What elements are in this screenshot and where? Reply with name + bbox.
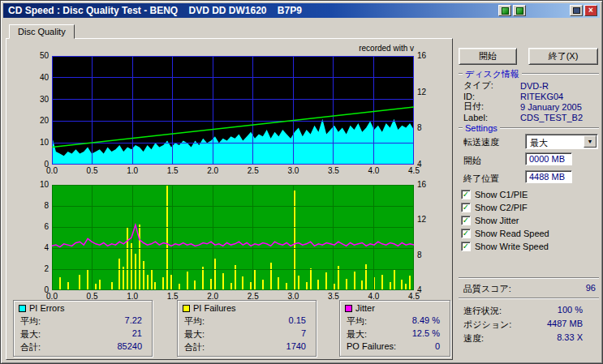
legend-row: 平均:8.49 % [340,315,450,328]
pi-failures-swatch-icon [183,305,190,312]
section-line [522,73,599,75]
x-axis-label: 3.0 [283,166,303,175]
legend-box-pi-errors: PI Errors平均:7.22最大:21合計:85240 [13,300,153,357]
legend-value: 7.22 [125,315,142,327]
legend-row: 最大:12.5 % [340,328,450,340]
y-axis-label: 50 [29,51,49,60]
x-axis-label: 1.5 [163,166,183,175]
checkbox-show-jitter[interactable]: ✓Show Jitter [461,214,597,227]
y-axis-label: 6 [29,222,49,231]
x-axis-label: 4.0 [364,166,383,175]
disc-quality-panel: recorded with v 010203040504812160.00.51… [6,38,453,360]
legend-box-pi-failures: PI Failures平均:0.15最大:7合計:1740 [177,300,317,357]
legend-label: 最大: [20,328,41,340]
legend-value: 0 [435,341,440,353]
transfer-speed-value: 最大 [530,137,548,149]
y-axis-label: 8 [29,201,49,210]
disc-info-label: ID: [463,92,520,101]
legend-value: 85240 [117,341,142,353]
checkbox-label: Show Jitter [475,216,519,225]
checkbox-box[interactable]: ✓ [461,229,471,238]
checkbox-show-c1-pie[interactable]: ✓Show C1/PIE [461,188,597,201]
y-axis-label: 10 [29,180,49,189]
start-position-input[interactable]: 0000 MB [525,152,572,165]
status-row: ポジション:4487 MB [463,319,583,332]
recorded-note: recorded with v [6,44,414,53]
quality-score-label: 品質スコア: [463,283,511,295]
window-title: CD Speed : Disc Quality Test - BENQ DVD … [8,5,302,16]
disc-info-title: ディスク情報 [465,68,519,80]
checkbox-show-write-speed[interactable]: ✓Show Write Speed [461,240,597,253]
legend-label: 最大: [184,328,205,340]
y-axis-label: 20 [29,116,49,125]
legend-value: 12.5 % [412,328,440,340]
x-axis-label: 0.0 [42,166,62,175]
disc-info-rows: タイプ:DVD-RID:RITEKG04日付:9 January 2005Lab… [463,80,598,122]
legend-title-text: PI Failures [193,303,236,313]
transfer-speed-select[interactable]: 最大 ▼ [525,134,598,149]
legend-label: 平均: [20,315,41,327]
separator [459,277,599,279]
titlebar[interactable]: CD Speed : Disc Quality Test - BENQ DVD … [3,3,600,18]
status-rows: 進行状況:100 %ポジション:4487 MB速度:8.33 X [463,305,583,346]
end-position-input[interactable]: 4488 MB [525,170,572,183]
checkbox-box[interactable]: ✓ [461,216,471,225]
disc-info-label: タイプ: [463,79,520,92]
pi-failures-jitter-chart [52,185,414,290]
tab-disc-quality[interactable]: Disc Quality [9,24,75,39]
checkbox-label: Show Read Speed [475,229,549,238]
legend-box-jitter: Jitter平均:8.49 %最大:12.5 %PO Failures:0 [339,300,450,357]
legend-row: 合計:1740 [178,340,316,353]
legend-title-text: Jitter [355,303,375,313]
checkbox-box[interactable]: ✓ [461,242,471,251]
start-button[interactable]: 開始 [459,48,517,65]
disc-info-row: 日付:9 January 2005 [463,101,598,112]
legend-row: PO Failures:0 [340,340,450,353]
close-button[interactable]: × [584,5,597,16]
pi-errors-swatch-icon [19,305,26,312]
y2-axis-label: 12 [417,88,433,96]
titlebar-tool-button-2[interactable] [513,5,526,16]
legend-title: PI Failures [183,303,236,313]
legend-label: 合計: [184,341,205,353]
disc-info-row: タイプ:DVD-R [463,80,598,91]
transfer-speed-label: 転送速度 [463,136,499,148]
checkbox-box[interactable]: ✓ [461,203,471,212]
minimize-button[interactable] [570,5,583,16]
legend-row: 合計:85240 [14,340,152,353]
y2-axis-label: 8 [417,251,433,259]
y-axis-label: 30 [29,95,49,104]
checkbox-show-c2-pif[interactable]: ✓Show C2/PIF [461,201,597,214]
legend-value: 8.49 % [412,315,440,327]
y2-axis-label: 12 [417,215,433,224]
section-line [459,127,463,129]
checkbox-show-read-speed[interactable]: ✓Show Read Speed [461,227,597,240]
x-axis-label: 2.5 [243,166,263,175]
legend-title: Jitter [345,303,375,313]
checkbox-box[interactable]: ✓ [461,190,471,199]
titlebar-tool-button-1[interactable] [498,5,511,16]
x-axis-label: 4.5 [404,166,424,175]
exit-button[interactable]: 終了(X) [528,48,598,65]
chevron-down-icon[interactable]: ▼ [584,135,597,148]
legend-value: 21 [132,328,142,340]
show-options-checkbox-list: ✓Show C1/PIE✓Show C2/PIF✓Show Jitter✓Sho… [461,188,597,253]
y2-axis-label: 16 [417,180,433,189]
legend-value: 1740 [286,341,306,353]
y-axis-label: 40 [29,73,49,82]
disc-info-value: CDS_TEST_B2 [520,113,583,122]
legend-row: 最大:21 [14,328,152,340]
settings-header: Settings [459,123,599,133]
status-label: 速度: [463,332,484,346]
section-line [459,73,463,75]
end-position-label: 終了位置 [463,173,499,185]
minimize-icon [573,7,580,14]
legend-title: PI Errors [19,303,64,313]
quality-score-value: 96 [586,283,596,295]
disc-info-value: RITEKG04 [520,92,563,101]
legend-value: 7 [301,328,306,340]
y-axis-label: 4 [29,243,49,252]
status-label: ポジション: [463,319,511,332]
disc-info-value: 9 January 2005 [520,102,582,112]
settings-title: Settings [465,123,497,133]
